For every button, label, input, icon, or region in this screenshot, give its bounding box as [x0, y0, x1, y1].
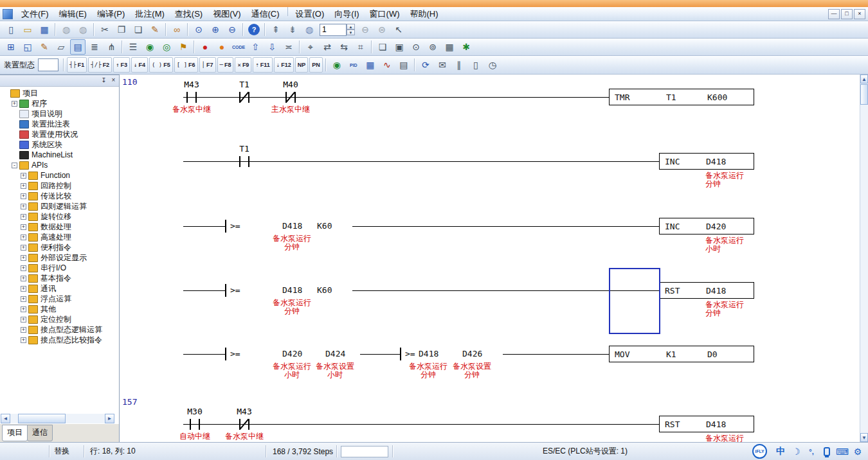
menu-item-6[interactable]: 视图(V)	[208, 7, 246, 21]
workspace-icon[interactable]: ⊞	[3, 39, 19, 55]
compare-operand[interactable]: D418	[418, 349, 439, 358]
tree-item[interactable]: +Function	[1, 170, 118, 181]
expand-icon[interactable]: +	[12, 101, 17, 107]
expand-icon[interactable]: +	[21, 276, 26, 281]
compare-operand[interactable]: D420	[282, 349, 303, 358]
instruction-box[interactable]: INCD420	[659, 218, 754, 234]
compare-contact-bracket[interactable]	[225, 220, 226, 233]
compare-operand[interactable]: D418	[282, 221, 303, 231]
search2-icon[interactable]: ⊙	[408, 39, 424, 55]
expand-icon[interactable]: +	[21, 183, 26, 189]
pid-wizard-icon[interactable]: PID	[346, 57, 361, 73]
tree-item[interactable]: 项目说明	[1, 109, 118, 119]
simulate-icon[interactable]: ◍	[302, 22, 317, 37]
tree-item[interactable]: +浮点运算	[1, 294, 118, 304]
grid-icon[interactable]: ▦	[442, 39, 457, 55]
menu-item-1[interactable]: 文件(F)	[16, 7, 54, 21]
device-type-input[interactable]	[38, 58, 59, 71]
expand-icon[interactable]: +	[21, 317, 26, 323]
menu-item-11[interactable]: 帮助(H)	[405, 7, 444, 21]
region-zoom-icon[interactable]: ◱	[20, 39, 35, 55]
sfc-view-icon[interactable]: ⋔	[104, 39, 119, 55]
stopwatch-icon[interactable]: ◷	[485, 57, 500, 73]
options-icon[interactable]: ✱	[458, 39, 474, 55]
code-view-icon[interactable]: CODE	[231, 39, 246, 55]
comment-edit-icon[interactable]: ✎	[37, 39, 52, 55]
expand-icon[interactable]: +	[21, 255, 26, 261]
open-folder-icon[interactable]: ▭	[20, 22, 35, 37]
scroll-thumb[interactable]	[860, 84, 868, 105]
zoom-level-input[interactable]	[320, 24, 347, 36]
zoom-reset-icon[interactable]: ⊜	[374, 22, 390, 37]
compare-operand[interactable]: D426	[462, 349, 483, 358]
app-menu-icon[interactable]	[3, 9, 13, 19]
scroll-thumb[interactable]	[18, 414, 66, 423]
search3-icon[interactable]: ⊚	[425, 39, 440, 55]
contact-bar[interactable]	[248, 92, 249, 103]
contact-bar[interactable]	[248, 419, 249, 430]
upload-program-icon[interactable]: ⇧	[248, 39, 263, 55]
expand-icon[interactable]: +	[21, 234, 26, 240]
expand-icon[interactable]: +	[21, 306, 26, 312]
fullwidth-moon-icon[interactable]: ☽	[790, 445, 802, 458]
tree-item[interactable]: 系统区块	[1, 139, 118, 150]
capture-icon[interactable]: ▣	[392, 39, 407, 55]
plc-run-icon[interactable]: ●	[214, 39, 230, 55]
project-tree-hscrollbar[interactable]: ◄ ►	[1, 414, 114, 423]
menu-item-4[interactable]: 批注(M)	[130, 7, 170, 21]
applied-instruction-button[interactable]: [ ]F6	[174, 57, 198, 73]
ladder-canvas[interactable]: 110157M43备水泵中继T1M40主水泵中继TMRT1K600T1INCD4…	[120, 75, 860, 442]
compare-operand[interactable]: K60	[316, 285, 332, 295]
new-file-icon[interactable]: ▯	[3, 22, 19, 37]
instruction-box[interactable]: MOVK1D0	[609, 346, 754, 362]
find-device-icon[interactable]: ⌖	[303, 39, 318, 55]
download-program-icon[interactable]: ⇩	[264, 39, 280, 55]
tree-item[interactable]: +其他	[1, 304, 118, 314]
instruction-box[interactable]: RSTD418	[659, 416, 754, 432]
menu-item-10[interactable]: 窗口(W)	[365, 7, 405, 21]
instruction-view-icon[interactable]: ≣	[87, 39, 102, 55]
mail-icon[interactable]: ✉	[435, 57, 450, 73]
tree-item[interactable]: +通讯	[1, 283, 118, 294]
minimize-button[interactable]: —	[828, 9, 840, 19]
register-edit-icon[interactable]: ⌗	[353, 39, 368, 55]
matrix-icon[interactable]: ▦	[363, 57, 378, 73]
tree-item[interactable]: +外部设定显示	[1, 252, 118, 263]
menu-item-5[interactable]: 查找(S)	[170, 7, 208, 21]
monitor-table-icon[interactable]: ▤	[396, 57, 411, 73]
ladder-view-icon[interactable]: ▤	[70, 39, 86, 55]
vertical-line-button[interactable]: │F7	[199, 57, 216, 73]
cut-icon[interactable]: ✂	[97, 22, 113, 37]
zoom-minus-icon[interactable]: ⊖	[357, 22, 373, 37]
scroll-left-arrow[interactable]: ◄	[1, 414, 10, 423]
expand-icon[interactable]: +	[21, 327, 26, 333]
contact-bar[interactable]	[195, 92, 197, 103]
help-icon[interactable]: ?	[248, 24, 260, 35]
tree-item[interactable]: 装置使用状况	[1, 129, 118, 139]
menu-item-9[interactable]: 向导(I)	[329, 7, 364, 21]
expand-icon[interactable]: +	[21, 224, 26, 230]
horizontal-line-button[interactable]: ─F8	[217, 57, 234, 73]
trace-curve-icon[interactable]: ∿	[379, 57, 395, 73]
tree-item[interactable]: -APIs	[1, 160, 118, 170]
close-button[interactable]: ×	[854, 9, 865, 19]
expand-icon[interactable]: +	[21, 204, 26, 209]
copy-icon[interactable]: ❐	[114, 22, 129, 37]
menu-item-3[interactable]: 编译(P)	[92, 7, 130, 21]
tree-item[interactable]: +串行I/O	[1, 263, 118, 273]
ifly-logo[interactable]: iFLY	[752, 444, 767, 459]
instruction-box[interactable]: RSTD418	[659, 282, 754, 299]
tree-item[interactable]: +回路控制	[1, 181, 118, 191]
contact-bar[interactable]	[199, 419, 200, 430]
tree-item[interactable]: +便利指令	[1, 242, 118, 252]
contact-bar[interactable]	[190, 419, 191, 430]
tree-indent[interactable]	[3, 91, 8, 96]
tree-item[interactable]: 项目	[1, 88, 118, 98]
tree-item[interactable]: +接点型态逻辑运算	[1, 324, 118, 335]
tree-item[interactable]: MachineList	[1, 150, 118, 160]
monitor-start-icon[interactable]: ◉	[142, 39, 158, 55]
np-contact-button[interactable]: NP	[295, 57, 309, 73]
tree-item[interactable]: +定位控制	[1, 314, 118, 324]
scroll-down-arrow[interactable]: ▼	[860, 433, 868, 442]
expand-icon[interactable]: +	[21, 214, 26, 220]
